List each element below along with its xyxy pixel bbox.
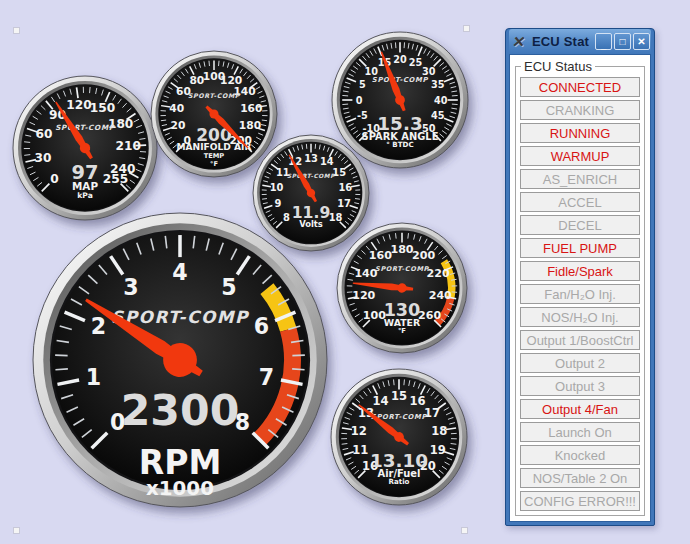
tick-label: 160: [369, 249, 392, 262]
tick-label: 0: [356, 95, 363, 106]
tick-label: 19: [430, 443, 446, 457]
tick-label: 180: [239, 119, 261, 132]
tick-label: 12: [351, 424, 367, 438]
tick-label: 9: [274, 198, 281, 209]
ecu-stat-window[interactable]: ✕ ECU Stat _□✕ ECU Status CONNECTEDCRANK…: [505, 28, 655, 526]
ecu-status-indicator: RUNNING: [520, 123, 640, 143]
manifold-air-temp-label: TEMP: [204, 152, 225, 160]
tick-label: 25: [409, 57, 423, 68]
tick-label: 260: [418, 309, 441, 322]
maximize-button[interactable]: □: [614, 33, 631, 50]
tick-label: 5: [359, 79, 366, 90]
ecu-status-indicator: NOS/Table 2 On: [520, 468, 640, 488]
ecu-status-indicator: CONFIG ERROR!!!: [520, 491, 640, 511]
tick-label: 220: [426, 267, 449, 280]
tick-label: 150: [90, 101, 115, 115]
ecu-status-indicator: WARMUP: [520, 146, 640, 166]
tick-label: 3: [123, 274, 138, 300]
map-label: kPa: [77, 191, 93, 200]
tick-label: 240: [429, 289, 452, 302]
ecu-status-indicator: CONNECTED: [520, 77, 640, 97]
ecu-status-indicator: Fan/H₂O Inj.: [520, 284, 640, 304]
tick-label: 20: [393, 54, 407, 65]
tick-label: 255: [103, 172, 128, 186]
tick-label: 35: [431, 79, 445, 90]
water-temp-gauge[interactable]: 100120140160180200220240260SPORT-COMP130…: [337, 223, 467, 353]
tick-label: 120: [352, 289, 375, 302]
maximize-icon: □: [619, 37, 625, 47]
spark-angle-label: ° BTDC: [386, 140, 413, 149]
tick-label: 17: [337, 198, 351, 209]
close-icon: ✕: [637, 37, 645, 47]
ecu-window-title-bar[interactable]: ✕ ECU Stat _□✕: [509, 29, 651, 54]
tick-label: 30: [422, 66, 436, 77]
air-fuel-ratio-gauge[interactable]: 1011121314151617181920SPORT-COMP13.10Air…: [331, 369, 467, 505]
tick-label: 10: [270, 182, 284, 193]
spark-angle-gauge[interactable]: -10-505101520253035404550SPORT-COMP15.3S…: [332, 32, 468, 168]
minimize-icon: _: [601, 40, 607, 50]
manifold-air-temp-gauge[interactable]: 020406080100120140160180200SPORT-COMP200…: [151, 51, 277, 177]
selection-handle[interactable]: [463, 25, 470, 32]
ecu-status-indicator: Output 2: [520, 353, 640, 373]
tick-label: 16: [338, 182, 352, 193]
tick-label: 0: [50, 172, 58, 186]
tick-label: 45: [431, 110, 445, 121]
selection-handle[interactable]: [13, 527, 20, 534]
air-fuel-ratio-label: Ratio: [389, 477, 410, 486]
tick-label: 5: [221, 274, 236, 300]
ecu-status-indicator: FUEL PUMP: [520, 238, 640, 258]
tick-label: 11: [352, 443, 368, 457]
tick-label: 210: [115, 139, 140, 153]
tick-label: 20: [171, 119, 186, 132]
tick-label: 14: [372, 394, 388, 408]
tick-label: 30: [34, 151, 51, 165]
tick-label: 2: [91, 313, 106, 339]
selection-handle[interactable]: [461, 527, 468, 534]
tick-label: 200: [412, 249, 435, 262]
tick-label: 8: [283, 212, 290, 223]
water-temp-label: °F: [398, 327, 406, 335]
ecu-status-indicator: Output 3: [520, 376, 640, 396]
brand-label: SPORT-COMP: [55, 123, 116, 132]
ecu-status-indicator: NOS/H₂O Inj.: [520, 307, 640, 327]
map-gauge[interactable]: 0306090120150180210240255SPORT-COMP97MAP…: [13, 76, 157, 220]
tick-label: -5: [357, 110, 368, 121]
rpm-gauge[interactable]: 012345678SPORT-COMP2300RPMx1000: [33, 213, 327, 507]
ecu-status-indicator: Output 4/Fan: [520, 399, 640, 419]
window-title: ECU Stat: [530, 34, 591, 49]
ecu-status-indicator: AS_ENRICH: [520, 169, 640, 189]
tick-label: 18: [329, 212, 343, 223]
ecu-status-indicator: ACCEL: [520, 192, 640, 212]
rpm-value: 2300: [121, 385, 240, 435]
tick-label: 10: [364, 66, 378, 77]
volts-label: Volts: [299, 219, 323, 229]
tick-label: 4: [172, 259, 187, 285]
rpm-label: x1000: [146, 477, 214, 500]
brand-label: SPORT-COMP: [188, 92, 241, 99]
minimize-button[interactable]: _: [595, 33, 612, 50]
tick-label: 1: [86, 364, 101, 390]
brand-label: SPORT-COMP: [372, 76, 429, 84]
ecu-status-indicator: Launch On: [520, 422, 640, 442]
close-button[interactable]: ✕: [633, 33, 650, 50]
brand-label: SPORT-COMP: [287, 173, 335, 179]
tick-label: 120: [66, 98, 91, 112]
ecu-status-indicator: Output 1/BoostCtrl: [520, 330, 640, 350]
brand-label: SPORT-COMP: [375, 265, 429, 273]
tick-label: 40: [434, 95, 448, 106]
tick-label: 40: [169, 102, 184, 115]
ecu-status-indicator: Fidle/Spark: [520, 261, 640, 281]
selection-handle[interactable]: [13, 27, 20, 34]
ecu-status-indicator: Knocked: [520, 445, 640, 465]
tick-label: 60: [36, 127, 53, 141]
tick-label: 15: [391, 389, 407, 403]
x11-logo-icon: ✕: [509, 33, 530, 50]
ecu-status-group-label: ECU Status: [521, 59, 595, 74]
volts-gauge[interactable]: 89101112131415161718SPORT-COMP11.9Volts: [253, 135, 369, 251]
tick-label: 7: [259, 364, 274, 390]
tick-label: 18: [431, 424, 447, 438]
tick-label: 14: [320, 156, 334, 167]
ecu-window-body: ECU Status CONNECTEDCRANKINGRUNNINGWARMU…: [509, 54, 651, 522]
manifold-air-temp-label: °F: [210, 160, 218, 168]
tick-label: 6: [254, 313, 269, 339]
